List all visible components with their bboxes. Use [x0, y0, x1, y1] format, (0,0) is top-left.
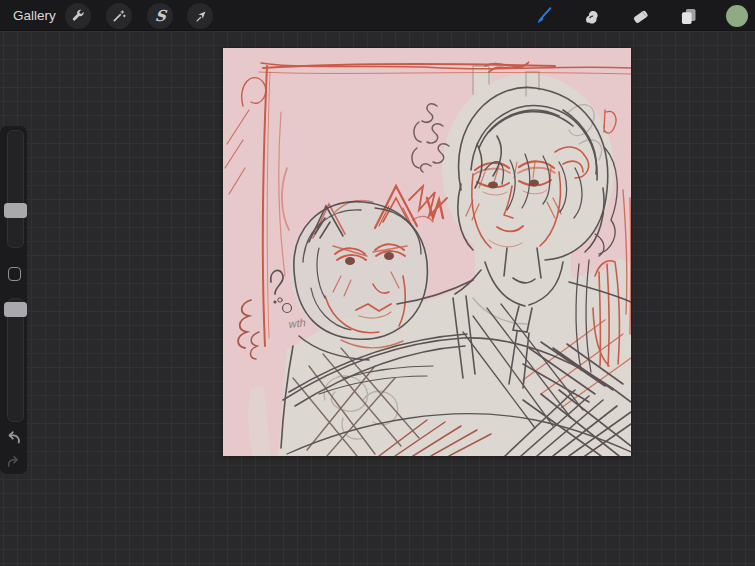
transform-arrow-icon	[193, 9, 208, 24]
selection-s-icon: S	[154, 9, 166, 24]
redo-button[interactable]	[5, 454, 22, 471]
brush-size-slider[interactable]	[7, 130, 24, 248]
brush-size-handle[interactable]	[4, 203, 27, 218]
paint-tool-button[interactable]	[531, 4, 555, 28]
layers-button[interactable]	[676, 4, 700, 28]
actions-button[interactable]	[65, 3, 91, 29]
adjustments-button[interactable]	[106, 3, 132, 29]
artwork-sketch: wth	[223, 48, 631, 456]
canvas-annotation-wth: wth	[288, 316, 306, 330]
smudge-finger-icon	[582, 6, 603, 27]
layers-icon	[678, 6, 699, 27]
opacity-handle[interactable]	[4, 302, 27, 317]
undo-arrow-icon	[4, 429, 23, 448]
procreate-app: { "toolbar": { "gallery_label": "Gallery…	[0, 0, 755, 566]
undo-button[interactable]	[4, 429, 23, 448]
color-circle[interactable]	[726, 5, 748, 27]
wrench-icon	[70, 8, 86, 24]
gallery-button[interactable]: Gallery	[13, 0, 56, 31]
erase-tool-button[interactable]	[628, 4, 652, 28]
transform-button[interactable]	[187, 3, 213, 29]
paintbrush-icon	[532, 5, 554, 27]
selection-button[interactable]: S	[147, 3, 173, 29]
top-toolbar: Gallery S	[0, 0, 755, 31]
modify-button[interactable]	[8, 267, 21, 281]
magic-wand-icon	[111, 8, 127, 24]
smudge-tool-button[interactable]	[580, 4, 604, 28]
drawing-canvas[interactable]: wth	[223, 48, 631, 456]
redo-arrow-icon	[5, 454, 22, 471]
brush-sidebar	[0, 126, 27, 474]
eraser-icon	[630, 6, 651, 27]
